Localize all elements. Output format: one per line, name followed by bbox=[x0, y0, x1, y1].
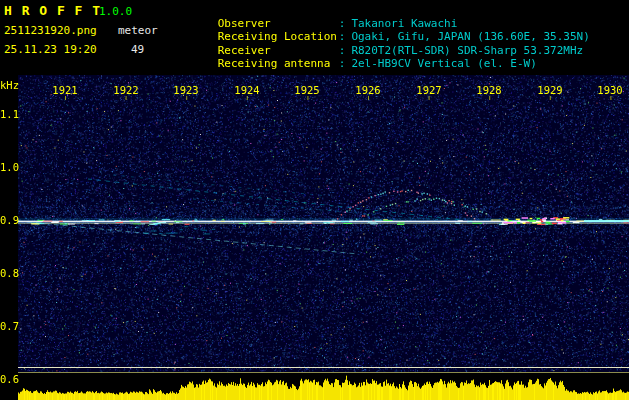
x-tick-1922: 1922 bbox=[111, 84, 141, 96]
y-tick-0.6: 0.6 bbox=[0, 373, 16, 385]
y-tick-0.8: 0.8 bbox=[0, 267, 16, 279]
y-tick-0.9: 0.9 bbox=[0, 214, 16, 226]
y-tick-1.0: 1.0 bbox=[0, 161, 16, 173]
info-value: Takanori Kawachi bbox=[345, 17, 457, 30]
y-axis-unit: kHz bbox=[0, 79, 16, 91]
x-tick-1930: 1930 bbox=[595, 84, 625, 96]
y-tick-1.1: 1.1 bbox=[0, 108, 16, 120]
x-tick-1926: 1926 bbox=[353, 84, 383, 96]
x-tick-1929: 1929 bbox=[535, 84, 565, 96]
station-info: Observer:Takanori Kawachi Receiving Loca… bbox=[178, 3, 590, 57]
app-version: 1.0.0 bbox=[99, 5, 132, 18]
x-tick-1927: 1927 bbox=[414, 84, 444, 96]
info-label: Receiving antenna bbox=[218, 57, 339, 71]
info-label: Receiving Location bbox=[218, 30, 339, 44]
mode-label: meteor bbox=[118, 24, 158, 37]
info-value: Ogaki, Gifu, JAPAN (136.60E, 35.35N) bbox=[345, 30, 589, 43]
info-row-observer: Observer:Takanori Kawachi bbox=[178, 3, 590, 17]
spectrogram-canvas bbox=[18, 75, 629, 400]
x-tick-1924: 1924 bbox=[232, 84, 262, 96]
app-title: H R O F F T bbox=[4, 3, 101, 18]
info-value: R820T2(RTL-SDR) SDR-Sharp 53.372MHz bbox=[345, 44, 583, 57]
x-tick-1925: 1925 bbox=[292, 84, 322, 96]
x-tick-1923: 1923 bbox=[171, 84, 201, 96]
datetime-label: 25.11.23 19:20 bbox=[4, 43, 97, 56]
hrofft-window: H R O F F T 1.0.0 2511231920.png meteor … bbox=[0, 0, 629, 400]
info-label: Observer bbox=[218, 17, 339, 31]
info-value: 2el-HB9CV Vertical (el. E-W) bbox=[345, 57, 536, 70]
info-label: Receiver bbox=[218, 44, 339, 58]
echo-count: 49 bbox=[131, 43, 144, 56]
output-filename: 2511231920.png bbox=[4, 24, 97, 37]
y-tick-0.7: 0.7 bbox=[0, 320, 16, 332]
x-tick-1921: 1921 bbox=[50, 84, 80, 96]
x-tick-1928: 1928 bbox=[474, 84, 504, 96]
